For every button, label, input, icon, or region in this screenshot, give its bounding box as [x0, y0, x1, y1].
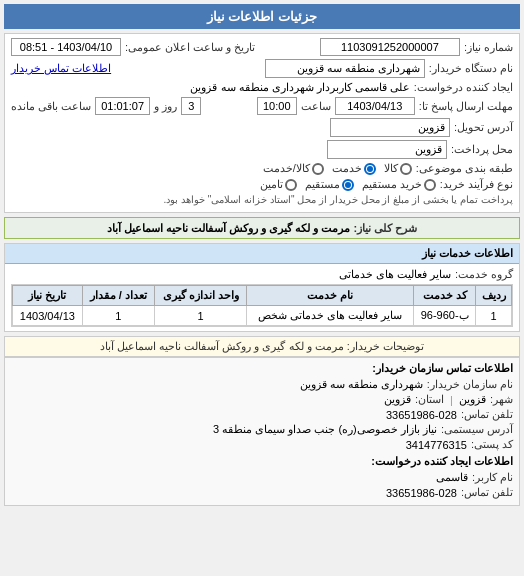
- contact-phone-label: تلفن تماس:: [461, 486, 513, 499]
- note-bottom-label: توضیحات خریدار:: [344, 340, 424, 352]
- address-row: آدرس تحویل: قزوین: [11, 118, 513, 137]
- contact-link[interactable]: اطلاعات تماس خریدار: [11, 62, 111, 75]
- th-unit: واحد اندازه گیری: [154, 286, 247, 306]
- td-service: سایر فعالیت های خدماتی شخص: [247, 306, 414, 326]
- applicant-label: ایجاد کننده درخواست:: [414, 81, 513, 94]
- type-kala-item: کالا: [384, 162, 412, 175]
- buy-mostagat-label: مستقیم: [305, 178, 340, 191]
- contact-title: اطلاعات ایجاد کننده درخواست:: [11, 455, 513, 468]
- td-count: 1: [82, 306, 154, 326]
- th-code: کد خدمت: [414, 286, 476, 306]
- type-kala-label: کالا: [384, 162, 398, 175]
- number-label: شماره نیاز:: [464, 41, 513, 54]
- td-date: 1403/04/13: [13, 306, 83, 326]
- buy-tamine-label: تامین: [260, 178, 283, 191]
- send-time: 10:00: [257, 97, 297, 115]
- td-code: ب-960-96: [414, 306, 476, 326]
- type-label: طبقه بندی موضوعی:: [416, 162, 513, 175]
- buyer-phone-row: تلفن تماس: 33651986-028: [11, 408, 513, 421]
- buy-direct-radio[interactable]: [424, 179, 436, 191]
- send-days: 3: [181, 97, 201, 115]
- buy-type-radio-group: خرید مستقیم مستقیم تامین: [260, 178, 436, 191]
- type-row: طبقه بندی موضوعی: کالا خدمت کالا/خدمت: [11, 162, 513, 175]
- contact-name-value: قاسمی: [436, 471, 468, 484]
- note-bottom-value: مرمت و لکه گیری و روکش آسفالت ناحیه اسما…: [100, 340, 344, 352]
- date-value: 1403/04/10 - 08:51: [11, 38, 121, 56]
- code-value: 3414776315: [406, 439, 467, 451]
- type-khadamat-radio[interactable]: [364, 163, 376, 175]
- buyer-info-title: اطلاعات تماس سازمان خریدار:: [11, 362, 513, 375]
- send-row: مهلت ارسال پاسخ تا: 1403/04/13 ساعت 10:0…: [11, 97, 513, 115]
- applicant-value: علی قاسمی کاربردار شهرداری منطقه سه قزوی…: [190, 81, 409, 94]
- contact-phone-value: 33651986-028: [386, 487, 457, 499]
- city-label: شهر:: [490, 393, 513, 406]
- type-kala-khadamat-item: کالا/خدمت: [263, 162, 324, 175]
- buy-mostagat-item: مستقیم: [305, 178, 354, 191]
- type-khadamat-label: خدمت: [332, 162, 362, 175]
- type-kala-khadamat-label: کالا/خدمت: [263, 162, 310, 175]
- send-date: 1403/04/13: [335, 97, 415, 115]
- buyer-name-value: شهرداری منطقه سه قزوین: [300, 378, 423, 391]
- code-label: کد پستی:: [471, 438, 513, 451]
- table-header-row: ردیف کد خدمت نام خدمت واحد اندازه گیری ت…: [13, 286, 512, 306]
- contact-phone-row: تلفن تماس: 33651986-028: [11, 486, 513, 499]
- buy-direct-item: خرید مستقیم: [362, 178, 436, 191]
- buyer-value: شهرداری منطقه سه قزوین: [265, 59, 425, 78]
- note-bottom: توضیحات خریدار: مرمت و لکه گیری و روکش آ…: [4, 336, 520, 357]
- note-row: پرداخت تمام یا بخشی از مبلغ از محل خریدا…: [11, 194, 513, 205]
- th-service: نام خدمت: [247, 286, 414, 306]
- contact-name-label: نام کاربر:: [472, 471, 513, 484]
- phone1-value: 33651986-028: [386, 409, 457, 421]
- send-label: مهلت ارسال پاسخ تا:: [419, 100, 513, 113]
- services-table: ردیف کد خدمت نام خدمت واحد اندازه گیری ت…: [12, 285, 512, 326]
- payment-value: قزوین: [327, 140, 447, 159]
- subject-bar: شرح کلی نیاز: مرمت و لکه گیری و روکش آسف…: [4, 217, 520, 239]
- type-khadamat-item: خدمت: [332, 162, 376, 175]
- address-label: آدرس تحویل:: [454, 121, 513, 134]
- buy-tamine-item: تامین: [260, 178, 297, 191]
- type-kala-khadamat-radio[interactable]: [312, 163, 324, 175]
- td-row: 1: [476, 306, 512, 326]
- applicant-row: ایجاد کننده درخواست: علی قاسمی کاربردار …: [11, 81, 513, 94]
- phone1-label: تلفن تماس:: [461, 408, 513, 421]
- send-hours-label: ساعت باقی مانده: [11, 100, 91, 113]
- contact-name-row: نام کاربر: قاسمی: [11, 471, 513, 484]
- td-unit: 1: [154, 306, 247, 326]
- group-label: گروه خدمت:: [455, 268, 513, 281]
- date-label: تاریخ و ساعت اعلان عمومی:: [125, 41, 255, 54]
- buyer-label: نام دستگاه خریدار:: [429, 62, 513, 75]
- buy-type-label: نوع فرآیند خرید:: [440, 178, 513, 191]
- th-row: ردیف: [476, 286, 512, 306]
- subject-value: مرمت و لکه گیری و روکش آسفالت ناحیه اسما…: [107, 222, 351, 234]
- address-sys-label: آدرس سیستمی:: [441, 423, 513, 436]
- send-hours: 01:01:07: [95, 97, 150, 115]
- province-label: استان:: [415, 393, 444, 406]
- services-header: اطلاعات خدمات نیاز: [5, 244, 519, 264]
- address-value: قزوین: [330, 118, 450, 137]
- type-radio-group: کالا خدمت کالا/خدمت: [263, 162, 412, 175]
- type-kala-radio[interactable]: [400, 163, 412, 175]
- buy-mostagat-radio[interactable]: [342, 179, 354, 191]
- buyer-city-row: شهر: قزوین | استان: قزوین: [11, 393, 513, 406]
- number-date-row: شماره نیاز: 1103091252000007 تاریخ و ساع…: [11, 38, 513, 56]
- th-count: تعداد / مقدار: [82, 286, 154, 306]
- city-value: قزوین: [459, 393, 486, 406]
- buyer-address-row: آدرس سیستمی: نیاز بازار خصوصی(ره) جنب صد…: [11, 423, 513, 436]
- buyer-code-row: کد پستی: 3414776315: [11, 438, 513, 451]
- group-value: سایر فعالیت های خدماتی: [339, 268, 451, 281]
- group-row: گروه خدمت: سایر فعالیت های خدماتی: [11, 268, 513, 281]
- payment-label: محل پرداخت:: [451, 143, 513, 156]
- buyer-info-section: اطلاعات تماس سازمان خریدار: نام سازمان خ…: [4, 357, 520, 506]
- send-time-label: ساعت: [301, 100, 331, 113]
- buyer-name-label: نام سازمان خریدار:: [427, 378, 513, 391]
- number-value: 1103091252000007: [320, 38, 460, 56]
- services-table-container: ردیف کد خدمت نام خدمت واحد اندازه گیری ت…: [11, 284, 513, 327]
- page-header: جزئیات اطلاعات نیاز: [4, 4, 520, 29]
- send-days-label: روز و: [154, 100, 177, 113]
- buyer-row: نام دستگاه خریدار: شهرداری منطقه سه قزوی…: [11, 59, 513, 78]
- note-text: پرداخت تمام یا بخشی از مبلغ از محل خریدا…: [163, 194, 513, 205]
- table-row: 1ب-960-96سایر فعالیت های خدماتی شخص11140…: [13, 306, 512, 326]
- address-sys-value: نیاز بازار خصوصی(ره) جنب صداو سیمای منطق…: [213, 423, 437, 436]
- payment-row: محل پرداخت: قزوین: [11, 140, 513, 159]
- buy-tamine-radio[interactable]: [285, 179, 297, 191]
